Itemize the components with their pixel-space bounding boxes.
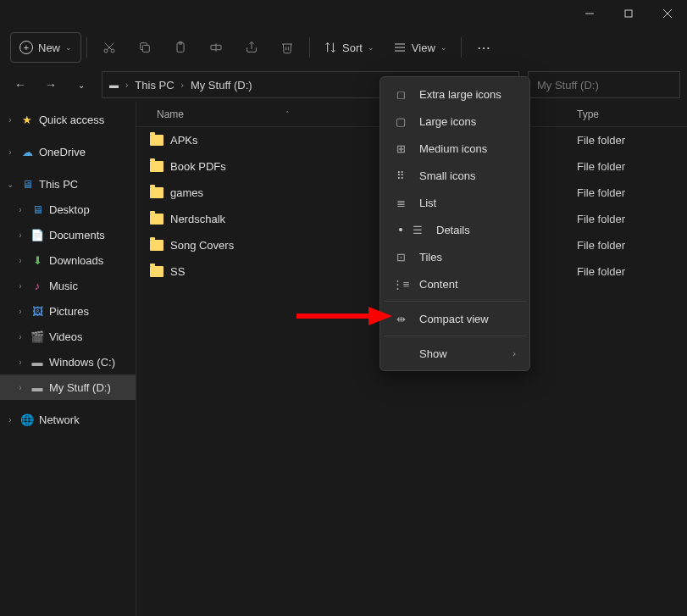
folder-icon bbox=[150, 187, 163, 198]
folder-icon bbox=[150, 135, 163, 146]
large-icon: ▢ bbox=[394, 115, 407, 128]
menu-content[interactable]: ⋮≡Content bbox=[384, 270, 526, 297]
menu-show[interactable]: Show› bbox=[384, 340, 526, 367]
sidebar-this-pc[interactable]: ⌄🖥This PC bbox=[0, 171, 136, 197]
navbar: ← → ⌄ ▬ › This PC › My Stuff (D:) bbox=[0, 68, 687, 102]
folder-icon bbox=[150, 240, 163, 251]
separator bbox=[309, 37, 310, 58]
drive-icon: ▬ bbox=[109, 80, 119, 90]
sidebar-downloads[interactable]: ›⬇Downloads bbox=[0, 247, 136, 273]
sidebar-music[interactable]: ›♪Music bbox=[0, 273, 136, 298]
sidebar-desktop[interactable]: ›🖥Desktop bbox=[0, 197, 136, 222]
copy-button[interactable] bbox=[128, 32, 162, 63]
chevron-down-icon: ⌄ bbox=[65, 43, 72, 52]
view-button[interactable]: View ⌄ bbox=[385, 32, 456, 63]
svg-rect-8 bbox=[142, 45, 149, 52]
new-label: New bbox=[38, 42, 60, 54]
chevron-down-icon: ⌄ bbox=[368, 43, 374, 52]
rename-button[interactable] bbox=[199, 32, 233, 63]
chevron-right-icon: › bbox=[125, 80, 128, 90]
sidebar-windows-c[interactable]: ›▬Windows (C:) bbox=[0, 349, 136, 375]
separator bbox=[461, 37, 462, 58]
menu-large-icons[interactable]: ▢Large icons bbox=[384, 108, 526, 135]
close-button[interactable] bbox=[648, 0, 687, 27]
recent-button[interactable]: ⌄ bbox=[68, 71, 95, 98]
menu-details[interactable]: ☰Details bbox=[384, 216, 526, 243]
selected-indicator-icon bbox=[394, 228, 407, 231]
medium-icon: ⊞ bbox=[394, 142, 407, 155]
minimize-button[interactable] bbox=[570, 0, 609, 27]
details-icon: ☰ bbox=[411, 224, 424, 236]
search-input[interactable] bbox=[528, 71, 680, 98]
toolbar: + New ⌄ Sort ⌄ View ⌄ ⋯ bbox=[0, 27, 687, 68]
extra-large-icon: ◻ bbox=[394, 88, 407, 101]
breadcrumb-segment[interactable]: My Stuff (D:) bbox=[191, 79, 252, 92]
chevron-right-icon: › bbox=[181, 80, 184, 90]
svg-rect-1 bbox=[625, 10, 632, 17]
sidebar-pictures[interactable]: ›🖼Pictures bbox=[0, 298, 136, 324]
list-icon: ≣ bbox=[394, 197, 407, 209]
compact-icon: ⇹ bbox=[394, 313, 407, 325]
maximize-button[interactable] bbox=[609, 0, 648, 27]
sidebar-documents[interactable]: ›📄Documents bbox=[0, 222, 136, 247]
menu-list[interactable]: ≣List bbox=[384, 189, 526, 216]
menu-extra-large-icons[interactable]: ◻Extra large icons bbox=[384, 80, 526, 108]
chevron-down-icon: ⌄ bbox=[440, 43, 447, 52]
sidebar-quick-access[interactable]: ›★Quick access bbox=[0, 107, 136, 132]
share-button[interactable] bbox=[235, 32, 269, 63]
sort-label: Sort bbox=[342, 42, 363, 54]
view-menu: ◻Extra large icons ▢Large icons ⊞Medium … bbox=[380, 76, 530, 371]
folder-icon bbox=[150, 266, 163, 277]
sort-indicator-icon: ˄ bbox=[285, 110, 290, 119]
paste-button[interactable] bbox=[163, 32, 197, 63]
sidebar-onedrive[interactable]: ›☁OneDrive bbox=[0, 139, 136, 164]
folder-icon bbox=[150, 161, 163, 172]
menu-small-icons[interactable]: ⠿Small icons bbox=[384, 162, 526, 189]
titlebar bbox=[0, 0, 687, 27]
back-button[interactable]: ← bbox=[7, 71, 34, 98]
cut-button[interactable] bbox=[92, 32, 126, 63]
sort-button[interactable]: Sort ⌄ bbox=[315, 32, 383, 63]
tiles-icon: ⊡ bbox=[394, 251, 407, 264]
small-icon: ⠿ bbox=[394, 169, 407, 182]
sidebar: ›★Quick access ›☁OneDrive ⌄🖥This PC ›🖥De… bbox=[0, 102, 136, 616]
forward-button[interactable]: → bbox=[37, 71, 64, 98]
menu-compact-view[interactable]: ⇹Compact view bbox=[384, 305, 526, 332]
sort-icon bbox=[324, 41, 337, 54]
content-icon: ⋮≡ bbox=[394, 278, 407, 291]
view-label: View bbox=[412, 42, 435, 54]
body: ›★Quick access ›☁OneDrive ⌄🖥This PC ›🖥De… bbox=[0, 102, 687, 616]
breadcrumb-segment[interactable]: This PC bbox=[135, 79, 174, 92]
menu-tiles[interactable]: ⊡Tiles bbox=[384, 243, 526, 270]
menu-separator bbox=[384, 336, 526, 336]
view-icon bbox=[393, 41, 407, 54]
sidebar-network[interactable]: ›🌐Network bbox=[0, 407, 136, 432]
folder-icon bbox=[150, 214, 163, 225]
more-button[interactable]: ⋯ bbox=[467, 32, 501, 63]
delete-button[interactable] bbox=[270, 32, 304, 63]
menu-medium-icons[interactable]: ⊞Medium icons bbox=[384, 135, 526, 162]
chevron-right-icon: › bbox=[512, 348, 516, 358]
menu-separator bbox=[384, 301, 526, 302]
sidebar-my-stuff-d[interactable]: ›▬My Stuff (D:) bbox=[0, 375, 136, 400]
new-button[interactable]: + New ⌄ bbox=[10, 32, 81, 63]
plus-icon: + bbox=[19, 41, 33, 54]
sidebar-videos[interactable]: ›🎬Videos bbox=[0, 324, 136, 349]
separator bbox=[86, 37, 87, 58]
